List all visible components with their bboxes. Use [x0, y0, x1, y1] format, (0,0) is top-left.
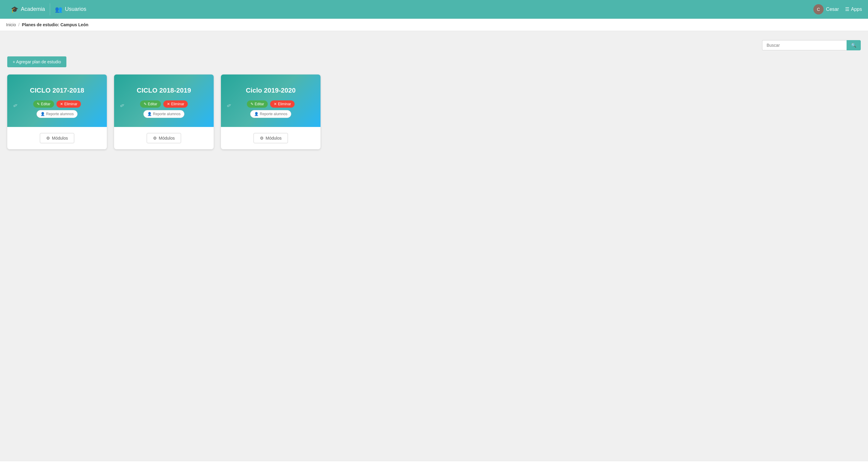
card-title-2: Ciclo 2019-2020	[246, 87, 296, 94]
navbar-academia-label: Academia	[21, 6, 45, 12]
breadcrumb: Inicio / Planes de estudio: Campus León	[0, 19, 868, 31]
navbar-apps-link[interactable]: ☰ Apps	[845, 6, 862, 12]
card-footer-1: ⚙ Módulos	[114, 127, 214, 149]
avatar: C	[813, 4, 824, 14]
apps-label: Apps	[851, 7, 862, 12]
modulos-icon-1: ⚙	[153, 136, 157, 140]
navbar-usuarios-link[interactable]: 👥 Usuarios	[50, 0, 91, 19]
modulos-button-2[interactable]: ⚙ Módulos	[253, 133, 288, 143]
breadcrumb-current: Planes de estudio: Campus León	[22, 22, 88, 27]
report-icon-1: 👤	[147, 112, 152, 116]
delete-button-0[interactable]: ✕ Eliminar	[56, 100, 81, 108]
edit-icon-2: ✎	[250, 102, 253, 106]
report-icon-2: 👤	[254, 112, 259, 116]
edit-button-1[interactable]: ✎ Editar	[140, 100, 161, 108]
report-button-0[interactable]: 👤 Reporte alumnos	[36, 110, 78, 118]
breadcrumb-home[interactable]: Inicio	[6, 22, 16, 27]
modulos-icon-0: ⚙	[46, 136, 50, 140]
card-actions-1: ✎ Editar ✕ Eliminar 👤 Reporte alumnos	[120, 100, 208, 118]
breadcrumb-separator: /	[19, 22, 20, 27]
add-plan-label: + Agregar plan de estudio	[13, 59, 61, 64]
search-wrapper: 🔍	[762, 40, 861, 51]
card-footer-2: ⚙ Módulos	[221, 127, 320, 149]
navbar-academia-link[interactable]: 🎓 Academia	[6, 0, 50, 19]
modulos-button-1[interactable]: ⚙ Módulos	[147, 133, 181, 143]
card-actions-2: ✎ Editar ✕ Eliminar 👤 Reporte alumnos	[227, 100, 314, 118]
card-header-2: ✏ Ciclo 2019-2020 ✎ Editar ✕ Eliminar 👤 …	[221, 74, 320, 127]
card-actions-0: ✎ Editar ✕ Eliminar 👤 Reporte alumnos	[13, 100, 101, 118]
cards-grid: ✏ CICLO 2017-2018 ✎ Editar ✕ Eliminar 👤 …	[7, 74, 861, 149]
navbar-right: C Cesar ☰ Apps	[813, 4, 862, 14]
user-name: Cesar	[826, 7, 839, 12]
delete-button-1[interactable]: ✕ Eliminar	[163, 100, 188, 108]
report-button-1[interactable]: 👤 Reporte alumnos	[143, 110, 184, 118]
navbar-usuarios-label: Usuarios	[65, 6, 86, 12]
edit-icon-0: ✎	[37, 102, 40, 106]
edit-button-2[interactable]: ✎ Editar	[247, 100, 268, 108]
plan-card-1: ✏ CICLO 2018-2019 ✎ Editar ✕ Eliminar 👤 …	[114, 74, 214, 149]
search-container: 🔍	[7, 40, 861, 51]
plan-card-0: ✏ CICLO 2017-2018 ✎ Editar ✕ Eliminar 👤 …	[7, 74, 107, 149]
navbar-user[interactable]: C Cesar	[813, 4, 839, 14]
main-content: 🔍 + Agregar plan de estudio ✏ CICLO 2017…	[0, 31, 868, 461]
navbar: 🎓 Academia 👥 Usuarios C Cesar ☰ Apps	[0, 0, 868, 19]
card-title-0: CICLO 2017-2018	[30, 87, 84, 94]
modulos-button-0[interactable]: ⚙ Módulos	[40, 133, 74, 143]
card-header-0: ✏ CICLO 2017-2018 ✎ Editar ✕ Eliminar 👤 …	[7, 74, 107, 127]
academia-icon: 🎓	[11, 6, 19, 13]
delete-button-2[interactable]: ✕ Eliminar	[270, 100, 294, 108]
delete-icon-0: ✕	[60, 102, 63, 106]
delete-icon-2: ✕	[274, 102, 277, 106]
usuarios-icon: 👥	[55, 6, 62, 13]
delete-icon-1: ✕	[167, 102, 170, 106]
card-title-1: CICLO 2018-2019	[137, 87, 191, 94]
edit-icon-1: ✎	[144, 102, 147, 106]
report-icon-0: 👤	[40, 112, 45, 116]
report-button-2[interactable]: 👤 Reporte alumnos	[250, 110, 291, 118]
search-button[interactable]: 🔍	[846, 40, 861, 51]
edit-button-0[interactable]: ✎ Editar	[33, 100, 54, 108]
modulos-icon-2: ⚙	[260, 136, 264, 140]
card-footer-0: ⚙ Módulos	[7, 127, 107, 149]
footer: Administrador Fiel	[0, 461, 868, 462]
plan-card-2: ✏ Ciclo 2019-2020 ✎ Editar ✕ Eliminar 👤 …	[221, 74, 320, 149]
add-plan-button[interactable]: + Agregar plan de estudio	[7, 56, 66, 67]
search-icon: 🔍	[851, 43, 856, 47]
card-header-1: ✏ CICLO 2018-2019 ✎ Editar ✕ Eliminar 👤 …	[114, 74, 214, 127]
search-input[interactable]	[762, 40, 846, 51]
apps-icon: ☰	[845, 6, 849, 12]
